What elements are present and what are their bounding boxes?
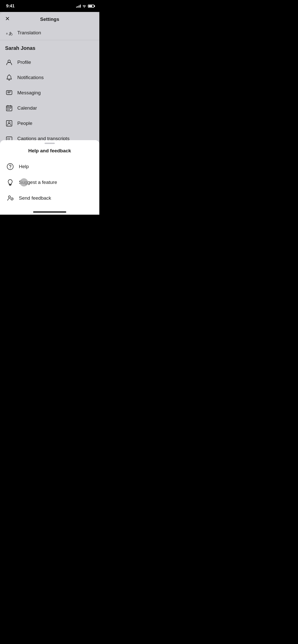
close-button[interactable]: ✕ <box>5 16 10 22</box>
translation-label: Translation <box>17 30 41 36</box>
home-indicator <box>33 211 66 213</box>
svg-text:CC: CC <box>7 138 10 140</box>
user-name: Sarah Jonas <box>5 45 94 51</box>
translation-menu-item[interactable]: a あ Translation <box>0 26 99 40</box>
user-section: Sarah Jonas <box>0 40 99 55</box>
help-icon <box>6 163 14 170</box>
svg-rect-3 <box>6 91 12 95</box>
battery-icon <box>88 5 94 8</box>
lightbulb-icon <box>6 179 14 186</box>
help-feedback-sheet: Help and feedback Help Suggest a feature <box>0 140 99 215</box>
messaging-label: Messaging <box>17 90 41 96</box>
messaging-icon <box>5 89 13 96</box>
send-feedback-menu-item[interactable]: Send feedback <box>0 190 99 206</box>
translation-icon: a あ <box>5 29 13 36</box>
wifi-icon <box>82 4 86 8</box>
svg-point-20 <box>10 168 10 168</box>
help-menu-item[interactable]: Help <box>0 159 99 174</box>
messaging-menu-item[interactable]: Messaging <box>0 85 99 100</box>
profile-icon <box>5 59 13 66</box>
svg-text:あ: あ <box>9 31 13 36</box>
svg-rect-7 <box>10 108 11 109</box>
feedback-icon <box>6 194 14 202</box>
profile-menu-item[interactable]: Profile <box>0 55 99 70</box>
svg-rect-8 <box>7 109 8 110</box>
calendar-label: Calendar <box>17 105 37 111</box>
svg-point-21 <box>8 196 10 198</box>
notifications-icon <box>5 74 13 81</box>
send-feedback-label: Send feedback <box>19 195 51 201</box>
people-label: People <box>17 121 32 126</box>
svg-point-19 <box>7 164 13 170</box>
calendar-menu-item[interactable]: Calendar <box>0 100 99 116</box>
status-icons <box>76 4 94 8</box>
svg-point-11 <box>8 122 10 124</box>
svg-text:a: a <box>6 31 8 35</box>
notifications-menu-item[interactable]: Notifications <box>0 70 99 85</box>
signal-bars-icon <box>76 5 81 8</box>
status-time: 9:41 <box>6 4 15 9</box>
help-sheet-title: Help and feedback <box>0 148 99 154</box>
svg-rect-5 <box>7 108 8 109</box>
notifications-label: Notifications <box>17 75 44 80</box>
settings-title: Settings <box>40 17 59 22</box>
svg-rect-6 <box>9 108 10 109</box>
svg-rect-9 <box>9 109 10 110</box>
sheet-handle[interactable] <box>45 143 55 144</box>
calendar-icon <box>5 105 13 112</box>
help-label: Help <box>19 164 29 169</box>
suggest-feature-menu-item[interactable]: Suggest a feature <box>0 174 99 190</box>
people-menu-item[interactable]: People <box>0 116 99 131</box>
people-icon <box>5 120 13 127</box>
profile-label: Profile <box>17 60 31 65</box>
status-bar: 9:41 <box>0 0 99 12</box>
touch-ripple <box>20 178 28 186</box>
settings-header: ✕ Settings <box>0 12 99 26</box>
